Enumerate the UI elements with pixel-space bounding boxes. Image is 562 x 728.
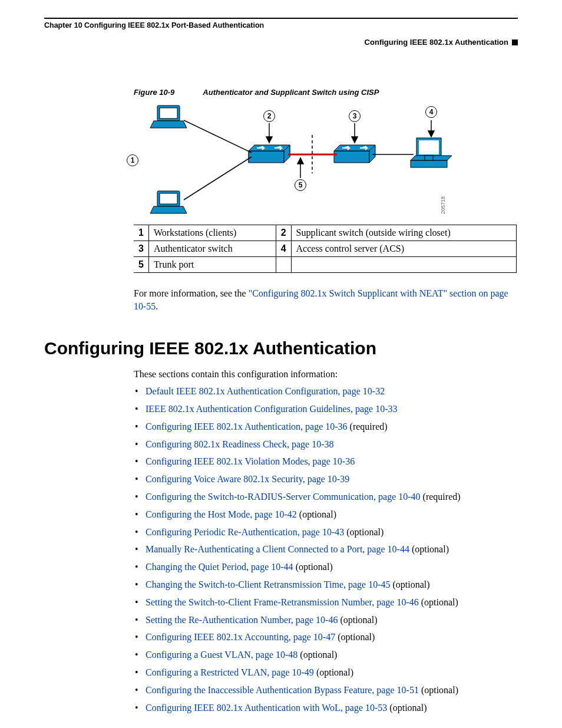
intro-text: These sections contain this configuratio… [134,369,518,380]
svg-marker-2 [150,121,187,128]
toc-link[interactable]: Setting the Switch-to-Client Frame-Retra… [146,597,419,607]
toc-link[interactable]: Configuring IEEE 802.1x Authentication w… [146,703,387,713]
legend-num: 3 [134,241,148,257]
toc-link[interactable]: Configuring the Switch-to-RADIUS-Server … [146,492,421,502]
svg-marker-12 [334,145,375,151]
toc-suffix: (optional) [297,650,337,660]
svg-line-18 [184,120,252,153]
section-heading: Configuring IEEE 802.1x Authentication [44,338,518,358]
svg-marker-23 [266,137,272,143]
para-pre: For more information, see the [134,288,249,298]
toc-link[interactable]: Configuring a Guest VLAN, page 10-48 [146,650,297,660]
toc-item: Configuring Voice Aware 802.1x Security,… [134,473,518,486]
marker-5: 5 [295,179,306,191]
toc-item: Changing the Quiet Period, page 10-44 (o… [134,561,518,574]
toc-suffix: (optional) [409,544,449,554]
toc-suffix: (optional) [419,685,458,695]
toc-suffix: (required) [348,421,388,431]
toc-item: Configuring the Switch-to-RADIUS-Server … [134,491,518,503]
svg-marker-10 [334,151,369,163]
toc-item: Configuring a Guest VLAN, page 10-48 (op… [134,649,518,661]
marker-1: 1 [127,154,138,166]
legend-num: 2 [276,225,291,241]
toc-suffix: (optional) [344,527,384,537]
legend-num: 4 [276,241,291,257]
toc-link[interactable]: IEEE 802.1x Authentication Configuration… [146,404,397,414]
marker-2: 2 [263,110,275,122]
toc-link[interactable]: Changing the Switch-to-Client Retransmis… [146,579,391,589]
toc-suffix: (optional) [314,667,353,677]
toc-link[interactable]: Setting the Re-Authentication Number, pa… [146,615,338,625]
toc-item: Manually Re-Authenticating a Client Conn… [134,543,518,556]
figure-caption: Figure 10-9Authenticator and Supplicant … [134,88,518,97]
toc-link[interactable]: Configuring IEEE 802.1x Authentication, … [146,421,348,431]
toc-link[interactable]: Configuring Periodic Re-Authentication, … [146,527,344,537]
marker-4: 4 [425,106,437,118]
toc-suffix: (optional) [297,509,336,519]
figure-number: 205718 [440,196,446,214]
figure-diagram: 1 2 3 4 5 205718 [134,103,464,218]
legend-text: Authenticator switch [148,241,276,257]
toc-link[interactable]: Configuring IEEE 802.1x Violation Modes,… [146,456,355,466]
header-rule [44,18,518,19]
svg-marker-27 [428,131,434,137]
toc-link[interactable]: Configuring the Host Mode, page 10-42 [146,509,297,519]
toc-item: Default IEEE 802.1x Authentication Confi… [134,386,518,398]
toc-link[interactable]: Configuring a Restricted VLAN, page 10-4… [146,667,314,677]
header-section: Configuring IEEE 802.1x Authentication [365,38,508,47]
toc-item: Configuring IEEE 802.1x Accounting, page… [134,631,518,644]
toc-link[interactable]: Configuring 802.1x Readiness Check, page… [146,439,334,449]
header-chapter: Chapter 10 Configuring IEEE 802.1x Port-… [44,21,264,29]
toc-item: Configuring IEEE 802.1x Authentication, … [134,421,518,433]
legend-text [291,257,516,273]
figure-legend-table: 1 Workstations (clients) 2 Supplicant sw… [134,225,517,273]
toc-suffix: (optional) [338,615,377,625]
legend-num: 5 [134,257,148,273]
toc-item: Setting the Re-Authentication Number, pa… [134,614,518,627]
legend-text: Supplicant switch (outside wiring closet… [291,225,516,241]
toc-item: IEEE 802.1x Authentication Configuration… [134,403,518,416]
svg-line-19 [184,157,252,200]
svg-marker-25 [352,137,358,143]
toc-item: Changing the Switch-to-Client Retransmis… [134,579,518,591]
toc-item: Configuring IEEE 802.1x Violation Modes,… [134,456,518,468]
svg-rect-4 [160,193,177,204]
toc-item: Configuring the Host Mode, page 10-42 (o… [134,509,518,521]
toc-item: Configuring 802.1x Readiness Check, page… [134,439,518,451]
svg-rect-17 [425,156,433,160]
figure-title: Authenticator and Supplicant Switch usin… [203,88,379,97]
toc-link[interactable]: Configuring IEEE 802.1x Accounting, page… [146,632,335,642]
toc-item: Configuring IEEE 802.1x Authentication w… [134,702,518,714]
toc-list: Default IEEE 802.1x Authentication Confi… [134,386,518,714]
toc-suffix: (optional) [293,562,333,572]
toc-suffix: (optional) [391,579,430,589]
toc-item: Configuring the Inaccessible Authenticat… [134,684,518,697]
toc-link[interactable]: Configuring Voice Aware 802.1x Security,… [146,474,349,484]
crossref-paragraph: For more information, see the "Configuri… [134,287,518,312]
svg-marker-9 [249,145,290,151]
toc-suffix: (optional) [419,597,458,607]
svg-marker-7 [249,151,284,163]
legend-num [276,257,291,273]
svg-marker-5 [150,206,187,213]
legend-text: Access control server (ACS) [291,241,516,257]
toc-item: Setting the Switch-to-Client Frame-Retra… [134,597,518,609]
legend-text: Workstations (clients) [148,225,276,241]
toc-link[interactable]: Configuring the Inaccessible Authenticat… [146,685,419,695]
svg-marker-29 [297,158,303,164]
para-post: . [156,301,158,311]
legend-num: 1 [134,225,148,241]
figure-label: Figure 10-9 [134,88,174,97]
header-marker-icon [512,39,518,45]
toc-suffix: (optional) [387,703,427,713]
toc-link[interactable]: Manually Re-Authenticating a Client Conn… [146,544,409,554]
toc-suffix: (required) [421,492,461,502]
toc-link[interactable]: Default IEEE 802.1x Authentication Confi… [146,386,385,396]
svg-rect-14 [419,140,439,154]
toc-link[interactable]: Changing the Quiet Period, page 10-44 [146,562,293,572]
legend-text: Trunk port [148,257,276,273]
svg-rect-1 [160,108,177,118]
toc-item: Configuring a Restricted VLAN, page 10-4… [134,667,518,679]
svg-rect-15 [411,160,447,167]
toc-suffix: (optional) [335,632,375,642]
